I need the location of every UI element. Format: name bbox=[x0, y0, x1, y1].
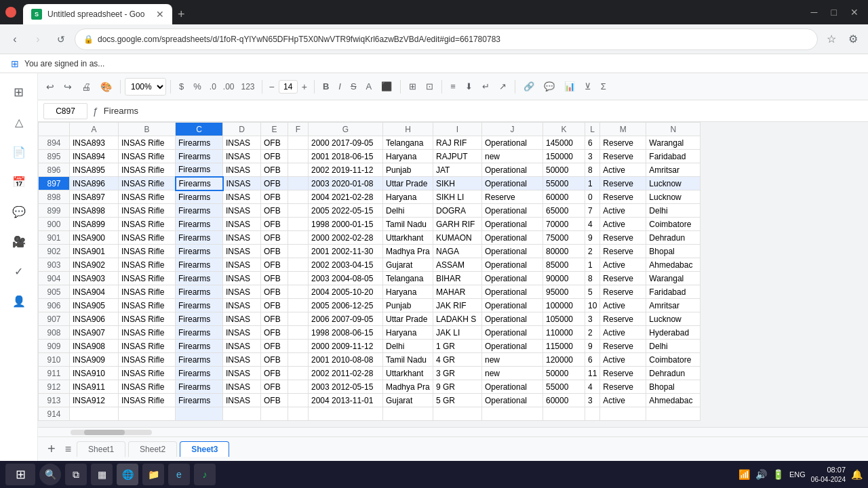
table-cell[interactable]: INSAS bbox=[223, 258, 261, 272]
table-cell[interactable]: Firearms bbox=[176, 245, 223, 258]
table-cell[interactable]: 9 bbox=[585, 340, 600, 353]
table-cell[interactable]: 10 bbox=[585, 299, 600, 312]
table-cell[interactable]: Operational bbox=[482, 326, 543, 340]
table-cell[interactable]: INSAS bbox=[223, 190, 261, 204]
table-cell[interactable]: INSAS bbox=[223, 245, 261, 258]
table-cell[interactable]: 145000 bbox=[543, 136, 585, 150]
widgets-button[interactable]: ▦ bbox=[91, 464, 113, 485]
table-cell[interactable]: Reserve bbox=[600, 312, 646, 326]
table-cell[interactable]: RAJ RIF bbox=[433, 136, 482, 150]
table-cell[interactable]: Coimbatore bbox=[646, 218, 701, 231]
table-cell[interactable]: Active bbox=[600, 163, 646, 177]
table-cell[interactable]: INSAS bbox=[223, 177, 261, 190]
row-header[interactable]: 897 bbox=[39, 177, 70, 190]
chart-button[interactable]: 📊 bbox=[560, 79, 579, 94]
table-cell[interactable]: 2004 2013-11-01 bbox=[309, 394, 383, 407]
search-taskbar[interactable]: 🔍 bbox=[39, 464, 61, 485]
sheet-tab-sheet3[interactable]: Sheet3 bbox=[180, 441, 229, 457]
table-cell[interactable]: Uttarkhant bbox=[383, 231, 433, 245]
table-cell[interactable]: Firearms bbox=[176, 285, 223, 299]
table-cell[interactable]: INSAS bbox=[223, 204, 261, 218]
table-cell[interactable]: Operational bbox=[482, 163, 543, 177]
start-button[interactable]: ⊞ bbox=[5, 464, 35, 485]
taskview-button[interactable]: ⧉ bbox=[65, 464, 87, 485]
table-cell[interactable] bbox=[288, 326, 309, 340]
table-cell[interactable] bbox=[288, 394, 309, 407]
table-cell[interactable]: INSAS Rifle bbox=[119, 136, 176, 150]
table-cell[interactable]: GARH RIF bbox=[433, 218, 482, 231]
row-header[interactable]: 903 bbox=[39, 258, 70, 272]
table-cell[interactable]: Firearms bbox=[176, 204, 223, 218]
meet-icon[interactable]: 🎥 bbox=[5, 228, 33, 255]
table-cell[interactable]: INSAS bbox=[223, 285, 261, 299]
col-header-L[interactable]: L bbox=[585, 123, 600, 136]
back-button[interactable]: ‹ bbox=[5, 30, 24, 49]
function-button[interactable]: Σ bbox=[597, 79, 610, 94]
text-color-button[interactable]: A bbox=[362, 79, 376, 94]
table-cell[interactable]: Firearms bbox=[176, 299, 223, 312]
row-header[interactable]: 912 bbox=[39, 380, 70, 394]
table-cell[interactable]: INSA895 bbox=[70, 163, 119, 177]
font-size-increase[interactable]: + bbox=[299, 79, 310, 95]
chrome-menu-icon[interactable] bbox=[5, 7, 16, 18]
currency-button[interactable]: $ bbox=[175, 79, 188, 94]
table-cell[interactable]: INSA910 bbox=[70, 367, 119, 380]
zoom-select[interactable]: 100% bbox=[125, 78, 166, 96]
table-cell[interactable]: Active bbox=[600, 258, 646, 272]
add-sheet-button[interactable]: + bbox=[43, 441, 60, 457]
table-cell[interactable]: INSA903 bbox=[70, 272, 119, 285]
table-cell[interactable]: INSAS bbox=[223, 326, 261, 340]
font-size-display[interactable]: 14 bbox=[279, 80, 298, 94]
table-cell[interactable]: 2002 2019-11-12 bbox=[309, 163, 383, 177]
table-cell[interactable] bbox=[433, 407, 482, 421]
decimal-2-button[interactable]: .00 bbox=[220, 79, 237, 94]
table-cell[interactable]: Operational bbox=[482, 245, 543, 258]
table-cell[interactable]: Faridabad bbox=[646, 285, 701, 299]
table-cell[interactable]: Reserve bbox=[600, 136, 646, 150]
row-header[interactable]: 904 bbox=[39, 272, 70, 285]
strikethrough-button[interactable]: S bbox=[347, 79, 361, 94]
table-cell[interactable]: Firearms bbox=[176, 190, 223, 204]
table-cell[interactable]: 2002 2011-02-28 bbox=[309, 367, 383, 380]
table-cell[interactable]: INSAS bbox=[223, 353, 261, 367]
table-cell[interactable]: INSA907 bbox=[70, 326, 119, 340]
table-cell[interactable]: Operational bbox=[482, 380, 543, 394]
table-cell[interactable] bbox=[288, 353, 309, 367]
table-cell[interactable]: INSAS bbox=[223, 299, 261, 312]
address-bar[interactable]: 🔒 docs.google.com/spreadsheets/d/1foR-qY… bbox=[75, 28, 818, 50]
table-cell[interactable]: Operational bbox=[482, 136, 543, 150]
table-cell[interactable]: 1 bbox=[585, 177, 600, 190]
table-cell[interactable]: INSA908 bbox=[70, 340, 119, 353]
contacts-icon[interactable]: 👤 bbox=[5, 287, 33, 314]
table-cell[interactable]: MAHAR bbox=[433, 285, 482, 299]
table-cell[interactable]: INSAS Rifle bbox=[119, 177, 176, 190]
table-cell[interactable]: Uttar Prade bbox=[383, 312, 433, 326]
table-cell[interactable]: NAGA bbox=[433, 245, 482, 258]
taskbar-explorer[interactable]: 📁 bbox=[142, 464, 164, 485]
minimize-icon[interactable]: ─ bbox=[807, 5, 822, 19]
col-header-H[interactable]: H bbox=[383, 123, 433, 136]
table-cell[interactable]: Active bbox=[600, 218, 646, 231]
table-cell[interactable]: Firearms bbox=[176, 258, 223, 272]
table-cell[interactable]: INSA893 bbox=[70, 136, 119, 150]
docs-icon[interactable]: 📄 bbox=[5, 138, 33, 165]
table-cell[interactable] bbox=[309, 407, 383, 421]
table-cell[interactable] bbox=[288, 407, 309, 421]
table-cell[interactable]: Firearms bbox=[176, 394, 223, 407]
table-cell[interactable]: INSA906 bbox=[70, 312, 119, 326]
col-header-B[interactable]: B bbox=[119, 123, 176, 136]
filter-button[interactable]: ⊻ bbox=[580, 79, 595, 94]
table-cell[interactable]: INSAS bbox=[223, 150, 261, 163]
table-cell[interactable]: 110000 bbox=[543, 326, 585, 340]
table-cell[interactable]: Haryana bbox=[383, 150, 433, 163]
table-cell[interactable]: Active bbox=[600, 299, 646, 312]
row-header[interactable]: 898 bbox=[39, 190, 70, 204]
table-cell[interactable]: 50000 bbox=[543, 163, 585, 177]
table-cell[interactable]: 5 GR bbox=[433, 394, 482, 407]
table-cell[interactable]: Warangal bbox=[646, 136, 701, 150]
table-cell[interactable]: INSAS Rifle bbox=[119, 394, 176, 407]
table-cell[interactable]: Active bbox=[600, 394, 646, 407]
table-cell[interactable]: SIKH bbox=[433, 177, 482, 190]
fill-color-button[interactable]: ⬛ bbox=[377, 79, 396, 94]
table-cell[interactable]: Madhya Pra bbox=[383, 380, 433, 394]
